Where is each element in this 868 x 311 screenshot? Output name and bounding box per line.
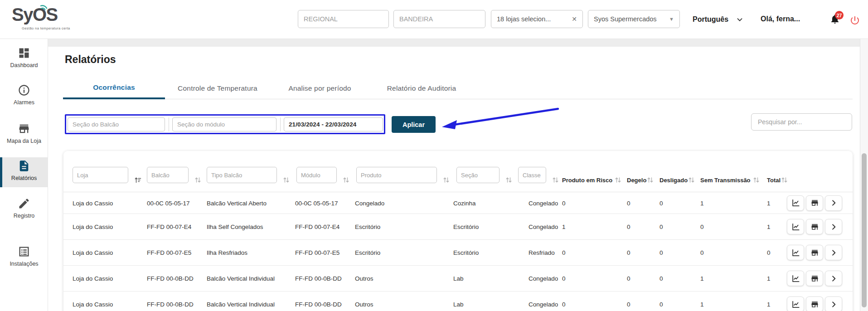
row-store-button[interactable] xyxy=(806,195,823,211)
cell-degelo: 0 xyxy=(627,275,630,282)
cell-total: 0 xyxy=(767,249,771,256)
line-chart-icon xyxy=(791,274,800,283)
column-filter-tipo-balcao[interactable] xyxy=(207,167,277,183)
sort-icon[interactable] xyxy=(283,176,290,184)
sort-icon[interactable] xyxy=(753,176,760,184)
row-expand-button[interactable] xyxy=(825,271,842,286)
cell-modulo: FF-FD 00-0B-DD xyxy=(295,275,342,282)
chevron-right-icon xyxy=(829,300,838,309)
sort-icon[interactable] xyxy=(552,176,559,184)
sort-icon[interactable] xyxy=(443,176,450,184)
sidebar-label: Mapa da Loja xyxy=(0,138,48,144)
cell-produto-em-risco: 0 xyxy=(562,275,566,282)
regional-input[interactable] xyxy=(298,10,389,28)
search-input[interactable] xyxy=(751,113,852,131)
row-chart-button[interactable] xyxy=(787,245,804,260)
scrollbar-thumb[interactable] xyxy=(862,153,867,307)
store-icon xyxy=(810,199,819,207)
secao-balcao-input[interactable] xyxy=(68,117,165,131)
cell-tipo-balcao: Balcão Vertical Individual xyxy=(207,275,275,282)
cell-tipo-balcao: Balcão Vertical Aberto xyxy=(207,199,267,206)
chevron-down-icon xyxy=(735,15,745,24)
store-icon xyxy=(810,223,819,231)
sort-icon[interactable] xyxy=(781,176,788,184)
sort-active-icon[interactable] xyxy=(134,176,141,184)
sort-icon[interactable] xyxy=(194,176,201,184)
table-row: Loja do Cassio00-0C 05-05-17Balcão Verti… xyxy=(63,192,853,214)
cell-modulo: FF-FD 00-0B-DD xyxy=(295,301,342,308)
row-expand-button[interactable] xyxy=(825,219,842,234)
row-chart-button[interactable] xyxy=(787,296,804,311)
sidebar-item-dashboard[interactable]: Dashboard xyxy=(0,47,48,68)
tab-controle-de-temperatura[interactable]: Controle de Temperatura xyxy=(165,78,270,99)
apply-button[interactable]: Aplicar xyxy=(392,116,436,133)
row-store-button[interactable] xyxy=(806,219,823,234)
row-store-button[interactable] xyxy=(806,271,823,286)
chevron-right-icon xyxy=(829,199,838,207)
table-row: Loja do CassioFF-FD 00-07-E5Ilha Resfria… xyxy=(63,240,853,266)
secao-modulo-input[interactable] xyxy=(172,117,276,131)
cell-loja: Loja do Cassio xyxy=(73,249,113,256)
sort-icon[interactable] xyxy=(343,176,349,184)
date-range-input[interactable] xyxy=(284,117,383,131)
row-expand-button[interactable] xyxy=(825,195,842,211)
sort-icon[interactable] xyxy=(647,176,654,184)
cell-secao: Escritório xyxy=(453,224,479,230)
sort-icon[interactable] xyxy=(505,176,512,184)
sidebar: Dashboard Alarmes Mapa da Loja Relatório… xyxy=(0,39,48,311)
cell-total: 1 xyxy=(767,224,771,230)
sidebar-label: Relatórios xyxy=(0,175,48,181)
store-icon xyxy=(18,122,30,135)
row-store-button[interactable] xyxy=(806,245,823,260)
notifications-button[interactable]: 27 xyxy=(829,14,845,28)
column-filter-modulo[interactable] xyxy=(296,167,337,183)
cell-classe: Congelado xyxy=(529,224,558,230)
cell-total: 1 xyxy=(767,199,771,206)
tab-relatorio-de-auditoria[interactable]: Relatório de Auditoria xyxy=(369,78,474,99)
row-chart-button[interactable] xyxy=(787,195,804,211)
cell-degelo: 0 xyxy=(627,199,630,206)
column-filter-balcao[interactable] xyxy=(147,167,189,183)
cell-produto: Outros xyxy=(355,275,373,282)
cell-modulo: FF-FD 00-07-E5 xyxy=(295,249,339,256)
dropdown-caret-icon: ▼ xyxy=(669,16,674,22)
cell-desligado: 0 xyxy=(659,249,663,256)
tab-ocorrencias[interactable]: Ocorrências xyxy=(63,78,165,99)
column-filter-loja[interactable] xyxy=(73,167,128,183)
cell-tipo-balcao: Balcão Vertical Individual xyxy=(207,301,275,308)
column-filter-secao[interactable] xyxy=(456,167,499,183)
tab-analise-por-periodo[interactable]: Analise por período xyxy=(270,78,369,99)
logout-button[interactable] xyxy=(849,15,860,26)
sidebar-item-mapa-da-loja[interactable]: Mapa da Loja xyxy=(0,122,48,144)
sidebar-item-registro[interactable]: Registro xyxy=(0,197,48,219)
info-icon xyxy=(18,84,30,97)
clear-stores-icon[interactable]: ✕ xyxy=(572,15,577,23)
language-select[interactable]: Português xyxy=(693,15,745,24)
filter-divider xyxy=(280,117,281,131)
row-chart-button[interactable] xyxy=(787,271,804,286)
sidebar-item-relatorios[interactable]: Relatórios xyxy=(0,160,48,181)
store-icon xyxy=(810,274,819,283)
sidebar-item-instalacoes[interactable]: Instalações xyxy=(0,245,48,267)
row-chart-button[interactable] xyxy=(787,219,804,234)
bandeira-input[interactable] xyxy=(393,10,485,28)
user-greeting: Olá, ferna... xyxy=(761,15,800,23)
stores-select[interactable]: 18 lojas selecion... ✕ xyxy=(491,10,583,28)
chevron-right-icon xyxy=(829,248,838,257)
column-filter-produto[interactable] xyxy=(356,167,437,183)
row-expand-button[interactable] xyxy=(825,296,842,311)
sort-icon[interactable] xyxy=(688,176,695,184)
row-expand-button[interactable] xyxy=(825,245,842,260)
content-background-strip xyxy=(48,39,868,47)
sort-icon[interactable] xyxy=(615,176,621,184)
row-store-button[interactable] xyxy=(806,296,823,311)
cell-desligado: 0 xyxy=(659,275,663,282)
cell-classe: Resfriado xyxy=(529,249,555,256)
company-select[interactable]: Syos Supermercados ▼ xyxy=(588,10,680,28)
cell-secao: Lab xyxy=(453,301,464,308)
vertical-scrollbar[interactable] xyxy=(860,39,868,311)
column-filter-classe[interactable] xyxy=(518,167,546,183)
power-icon xyxy=(849,15,860,26)
sidebar-item-alarmes[interactable]: Alarmes xyxy=(0,84,48,106)
column-header-total: Total xyxy=(767,176,788,184)
